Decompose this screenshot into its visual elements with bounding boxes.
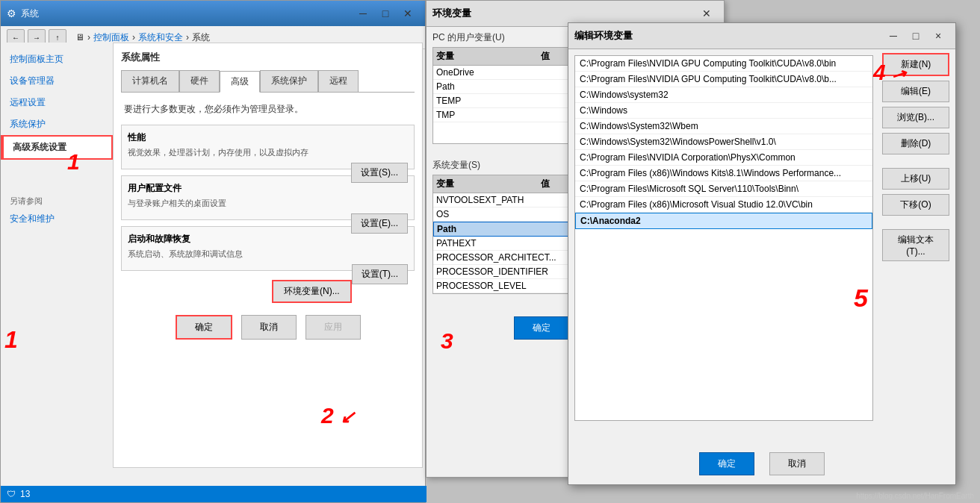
edit-path-item-0[interactable]: C:\Program Files\NVIDIA GPU Computing To… [575,56,872,72]
move-up-button[interactable]: 上移(U) [882,168,949,190]
edit-path-item-9[interactable]: C:\Program Files (x86)\Microsoft Visual … [575,197,872,213]
sidebar-item-controlpanel[interactable]: 控制面板主页 [1,49,113,70]
sidebar-item-security[interactable]: 安全和维护 [1,208,113,230]
breadcrumb-part2[interactable]: 系统和安全 [138,31,183,44]
tab-computername[interactable]: 计算机名 [121,70,179,92]
user-profile-title: 用户配置文件 [128,182,408,195]
performance-section: 性能 视觉效果，处理器计划，内存使用，以及虚拟内存 设置(S)... [121,125,415,169]
edit-minimize-button[interactable]: ─ [882,28,905,44]
env-title-text: 环境变量 [432,7,471,20]
tab-system-protection[interactable]: 系统保护 [260,70,318,92]
section-title: 系统属性 [121,51,415,64]
main-content: 系统属性 计算机名 硬件 高级 系统保护 远程 要进行大多数更改，您必须作为管理… [113,43,423,468]
delete-button[interactable]: 删除(D) [882,133,949,154]
edit-close-button[interactable]: × [927,28,949,44]
status-icon: 🛡 [7,489,16,499]
sidebar-item-protection-label: 系统保护 [10,119,46,129]
edit-ok-button[interactable]: 确定 [699,452,754,475]
user-profile-desc: 与登录账户相关的桌面设置 [128,198,408,209]
sidebar-item-security-label: 安全和维护 [10,213,55,224]
breadcrumb-separator2: › [132,32,135,43]
system-title-text: 系统 [21,7,39,20]
edit-path-item-2[interactable]: C:\Windows\system32 [575,87,872,103]
user-vars-col-name: 变量 [436,50,541,63]
annotation-1: 1 [4,326,18,354]
breadcrumb-part1[interactable]: 控制面板 [93,31,129,44]
edit-path-item-4[interactable]: C:\Windows\System32\Wbem [575,119,872,134]
edit-path-button[interactable]: 编辑(E) [882,81,949,102]
sidebar: 控制面板主页 设备管理器 远程设置 系统保护 高级系统设置 另请参阅 安全和维护… [1,43,113,236]
admin-note: 要进行大多数更改，您必须作为管理员登录。 [121,100,415,119]
edit-path-item-7[interactable]: C:\Program Files (x86)\Windows Kits\8.1\… [575,166,872,181]
sys-vars-col-name: 变量 [436,178,541,190]
breadcrumb-icon: 🖥 [75,32,84,43]
ok-button[interactable]: 确定 [176,315,232,340]
edit-maximize-button[interactable]: □ [905,28,927,44]
sidebar-item-controlpanel-label: 控制面板主页 [10,54,63,64]
env-variables-button[interactable]: 环境变量(N)... [272,280,352,303]
tab-hardware[interactable]: 硬件 [179,70,220,92]
edit-env-titlebar: 编辑环境变量 ─ □ × [568,23,955,49]
edit-path-item-3[interactable]: C:\Windows [575,103,872,119]
breadcrumb-part3: 系统 [192,31,210,44]
edit-path-item-5[interactable]: C:\Windows\System32\WindowsPowerShell\v1… [575,134,872,150]
startup-desc: 系统启动、系统故障和调试信息 [128,249,408,260]
system-titlebar: ⚙ 系统 ─ □ ✕ [1,1,425,26]
sidebar-item-remote-label: 远程设置 [10,97,46,107]
startup-settings-btn[interactable]: 设置(T)... [352,264,408,284]
edit-bottom-buttons: 确定 取消 [568,452,955,475]
browse-button[interactable]: 浏览(B)... [882,107,949,128]
user-profile-settings-btn[interactable]: 设置(E)... [351,213,408,234]
edit-path-item-1[interactable]: C:\Program Files\NVIDIA GPU Computing To… [575,72,872,87]
move-down-button[interactable]: 下移(O) [882,194,949,216]
tab-remote[interactable]: 远程 [318,70,359,92]
performance-desc: 视觉效果，处理器计划，内存使用，以及虚拟内存 [128,147,408,158]
new-path-button[interactable]: 新建(N) [882,53,949,76]
cancel-button[interactable]: 取消 [241,315,297,340]
startup-title: 启动和故障恢复 [128,233,408,246]
watermark: https://blog.csdn.net/HanFromEarth [856,492,974,500]
performance-title: 性能 [128,131,408,144]
edit-path-list[interactable]: C:\Program Files\NVIDIA GPU Computing To… [574,55,873,421]
also-see-section: 另请参阅 [1,190,113,208]
performance-settings-btn[interactable]: 设置(S)... [351,163,408,183]
edit-path-item-6[interactable]: C:\Program Files\NVIDIA Corporation\Phys… [575,150,872,166]
apply-button[interactable]: 应用 [306,315,361,340]
tab-advanced[interactable]: 高级 [220,71,260,93]
edit-env-title: 编辑环境变量 [574,29,633,43]
env-close-button[interactable]: ✕ [695,5,718,22]
edit-path-item-8[interactable]: C:\Program Files\Microsoft SQL Server\11… [575,181,872,197]
env-ok-button[interactable]: 确定 [514,316,569,340]
edit-env-window: 编辑环境变量 ─ □ × C:\Program Files\NVIDIA GPU… [568,22,956,485]
close-button[interactable]: ✕ [397,5,419,22]
status-bar: 🛡 13 [1,486,427,502]
breadcrumb-separator3: › [186,32,189,43]
sidebar-item-remote[interactable]: 远程设置 [1,92,113,113]
sidebar-item-protection[interactable]: 系统保护 [1,113,113,135]
system-window: ⚙ 系统 ─ □ ✕ ← → ↑ 🖥 › 控制面板 › 系统和安全 › 系统 控… [0,0,426,503]
minimize-button[interactable]: ─ [352,5,374,22]
status-number: 13 [20,489,30,499]
sidebar-item-device-manager-label: 设备管理器 [10,75,55,86]
edit-action-buttons: 新建(N) 编辑(E) 浏览(B)... 删除(D) 上移(U) 下移(O) 编… [882,53,949,261]
breadcrumb-separator1: › [87,32,90,43]
edit-cancel-button[interactable]: 取消 [769,452,825,475]
tab-bar: 计算机名 硬件 高级 系统保护 远程 [121,70,415,93]
system-title-icon: ⚙ [7,7,16,19]
maximize-button[interactable]: □ [374,5,397,22]
sidebar-item-advanced[interactable]: 高级系统设置 [1,135,113,160]
edit-text-button[interactable]: 编辑文本(T)... [882,229,949,261]
sidebar-item-advanced-label: 高级系统设置 [13,142,66,152]
sidebar-item-device-manager[interactable]: 设备管理器 [1,70,113,92]
edit-path-item-10[interactable]: C:\Anaconda2 [575,213,872,229]
